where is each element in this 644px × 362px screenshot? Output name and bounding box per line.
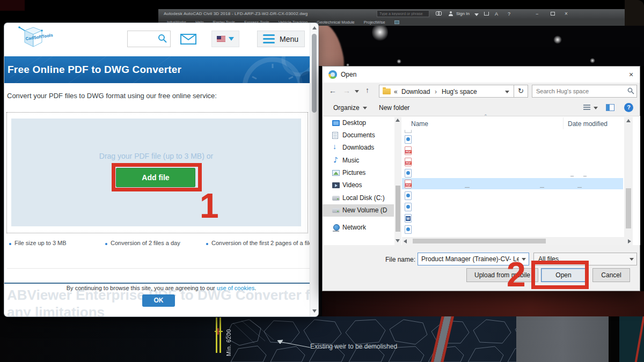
language-selector[interactable]: [211, 31, 239, 47]
file-type-caret-icon[interactable]: [630, 258, 634, 261]
mail-icon[interactable]: [180, 34, 196, 45]
file-row[interactable]: [405, 214, 412, 223]
file-row[interactable]: [405, 191, 412, 200]
cad-yellow-line: [216, 317, 217, 353]
new-folder-button[interactable]: New folder: [379, 104, 409, 112]
file-row[interactable]: [405, 146, 412, 155]
sign-in-label[interactable]: Sign In: [456, 11, 470, 16]
sidebar-item-downloads[interactable]: Downloads: [323, 142, 394, 154]
videos-icon: [332, 182, 340, 188]
column-divider[interactable]: [563, 117, 564, 129]
maximize-icon[interactable]: [551, 12, 555, 16]
background-heading: any limitations: [7, 304, 105, 316]
help-icon[interactable]: ?: [508, 11, 510, 17]
column-header-date-modified[interactable]: Date modified: [568, 120, 608, 128]
file-row[interactable]: [405, 135, 412, 144]
breadcrumb-hugs-space[interactable]: Hug's space: [442, 88, 477, 95]
close-icon[interactable]: ×: [565, 11, 568, 17]
help-icon[interactable]: ?: [624, 103, 633, 112]
search-icon: [627, 87, 634, 94]
refresh-icon[interactable]: ↻: [514, 85, 528, 98]
menu-item[interactable]: ProjectWise: [364, 20, 385, 25]
annotation-box-1: [112, 163, 202, 191]
sidebar-item-desktop[interactable]: Desktop: [323, 117, 394, 129]
file-list-vertical-scrollbar[interactable]: [624, 117, 633, 245]
sidebar-item-new-volume[interactable]: New Volume (D: [323, 204, 394, 217]
sidebar-item-music[interactable]: Music: [323, 154, 394, 167]
autocad-infocenter-search[interactable]: [377, 10, 429, 17]
breadcrumb-download[interactable]: Download: [401, 88, 430, 95]
teal-panel: [619, 316, 644, 362]
finger-photo: [318, 26, 348, 66]
cart-icon[interactable]: [484, 12, 489, 16]
scrollbar-thumb[interactable]: [413, 239, 546, 243]
file-row-selected[interactable]: [405, 180, 412, 188]
pictures-icon: [332, 170, 340, 176]
cad-red-line: [634, 316, 644, 362]
view-mode-caret-icon[interactable]: [594, 107, 598, 109]
autodesk-a360-icon[interactable]: A: [495, 11, 498, 17]
sidebar-item-network[interactable]: Network: [323, 221, 394, 234]
file-list-horizontal-scrollbar[interactable]: [402, 237, 633, 245]
ok-button[interactable]: OK: [142, 294, 175, 307]
scroll-up-icon[interactable]: [626, 119, 631, 122]
forward-icon[interactable]: →: [343, 86, 350, 95]
sidebar-scrollbar[interactable]: [394, 117, 401, 245]
autocad-window-title: Autodesk AutoCAD Civil 3D 2018 - LFD-ARP…: [164, 11, 308, 16]
scrollbar-thumb[interactable]: [626, 188, 631, 228]
bullet-icon: [9, 243, 11, 245]
open-file-dialog: Open × ← → ↑ « Download › Hug's space ↻ …: [322, 66, 640, 291]
close-icon[interactable]: ×: [625, 70, 638, 80]
cadsofttools-logo[interactable]: CadSoftTools: [15, 25, 60, 52]
cookies-link[interactable]: use of cookies: [217, 285, 254, 291]
sign-in-person-icon[interactable]: [449, 11, 453, 16]
dialog-search-input[interactable]: [532, 85, 637, 98]
minimize-icon[interactable]: −: [536, 11, 538, 17]
scrollbar-thumb[interactable]: [396, 186, 400, 232]
file-row[interactable]: [405, 158, 412, 166]
scroll-right-icon[interactable]: [628, 239, 631, 243]
scrollbar-thumb[interactable]: [312, 34, 317, 113]
menu-item[interactable]: Geotechnical Module: [317, 20, 354, 25]
scroll-left-icon[interactable]: [404, 239, 407, 243]
dialog-titlebar[interactable]: [323, 67, 640, 83]
address-bar[interactable]: « Download › Hug's space: [379, 85, 514, 98]
sidebar-item-local-disk[interactable]: Local Disk (C:): [323, 192, 394, 204]
address-caret-icon[interactable]: [505, 91, 509, 93]
back-icon[interactable]: ←: [329, 86, 336, 95]
photo-background-red: [322, 291, 644, 316]
browser-scrollbar[interactable]: [310, 23, 318, 316]
doc-file-icon: [405, 135, 412, 144]
column-header-name[interactable]: Name: [411, 120, 428, 128]
file-row[interactable]: [405, 169, 412, 178]
toolbar-swatch-icon[interactable]: [394, 20, 399, 24]
menu-button-label: Menu: [280, 35, 298, 43]
sidebar-item-pictures[interactable]: Pictures: [323, 167, 394, 179]
scroll-up-icon[interactable]: [312, 26, 317, 29]
scroll-up-icon[interactable]: [396, 119, 400, 122]
scroll-down-icon[interactable]: [396, 239, 400, 242]
disk-icon: [332, 196, 340, 201]
scroll-down-icon[interactable]: [312, 309, 317, 313]
up-icon[interactable]: ↑: [365, 86, 369, 94]
menu-button[interactable]: Menu: [257, 31, 305, 47]
recent-locations-caret-icon[interactable]: [355, 90, 359, 93]
upload-from-mobile-button[interactable]: Upload from mobile: [466, 268, 538, 282]
app-icon: [328, 70, 337, 79]
cancel-button[interactable]: Cancel: [592, 268, 630, 282]
organize-button[interactable]: Organize: [333, 104, 367, 112]
view-mode-icon[interactable]: [583, 105, 590, 110]
preview-pane-icon[interactable]: [606, 104, 614, 111]
sort-caret-icon[interactable]: ⌃: [484, 114, 488, 119]
redacted-text-fragment: [465, 187, 470, 188]
file-row[interactable]: [405, 225, 412, 234]
doc-file-icon: [405, 191, 412, 200]
sign-in-caret-icon[interactable]: [474, 13, 479, 16]
sidebar-item-documents[interactable]: Documents: [323, 129, 394, 142]
binoculars-search-icon[interactable]: [436, 11, 442, 15]
site-search-input[interactable]: [127, 31, 171, 47]
file-row[interactable]: [405, 203, 412, 211]
sidebar-item-videos[interactable]: Videos: [323, 179, 394, 191]
redacted-text-fragment: [577, 187, 582, 188]
file-name-label: File name:: [383, 256, 415, 263]
